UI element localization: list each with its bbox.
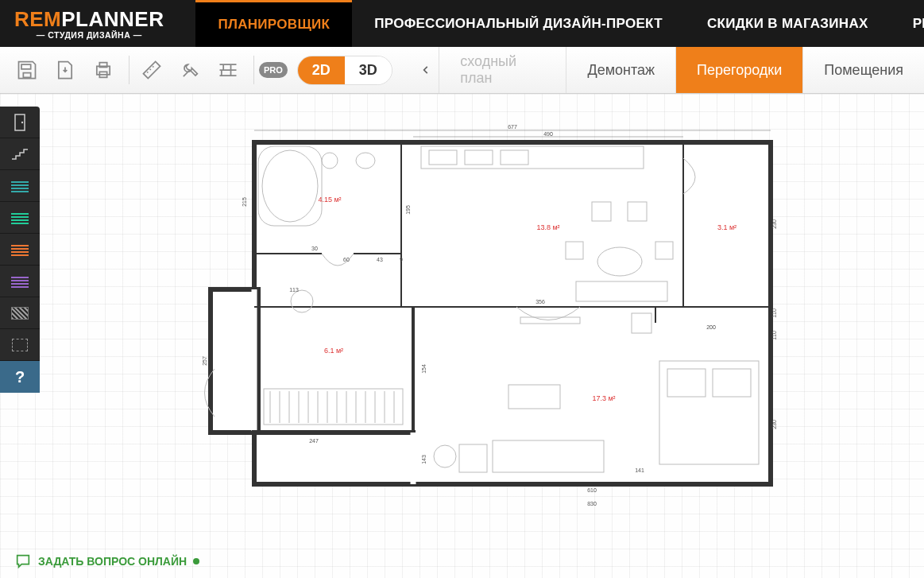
dim-left-hall: 257 — [202, 356, 207, 366]
print-pdf-icon[interactable] — [86, 54, 121, 86]
palette-wall-teal[interactable] — [0, 202, 40, 234]
chat-label: ЗАДАТЬ ВОПРОС ОНЛАЙН — [38, 555, 187, 568]
logo-planner: PLANNER — [61, 7, 164, 31]
nav-item-design-project[interactable]: ПРОФЕССИОНАЛЬНЫЙ ДИЗАЙН-ПРОЕКТ — [352, 0, 685, 47]
room-hall-label: 6.1 м² — [324, 347, 343, 355]
palette-stairs-icon[interactable] — [0, 138, 40, 170]
logo-main: REMPLANNER — [14, 7, 164, 32]
tab-rooms[interactable]: Помещения — [802, 47, 924, 93]
dim-right-4: 230 — [771, 420, 777, 429]
palette-wall-cyan[interactable] — [0, 170, 40, 202]
palette-wall-purple[interactable] — [0, 266, 40, 297]
palette-help-button[interactable]: ? — [0, 361, 40, 393]
tab-scroll-left[interactable] — [413, 47, 439, 93]
svg-rect-21 — [254, 433, 413, 484]
room-storage-label: 3.1 м² — [717, 223, 736, 231]
download-icon[interactable] — [48, 54, 83, 86]
logo-subtitle: — СТУДИЯ ДИЗАЙНА — — [14, 30, 164, 40]
floor-plan[interactable]: 677 490 — [191, 122, 779, 528]
nav-item-rem[interactable]: РЕМ — [891, 0, 924, 47]
logo-rem: REM — [14, 7, 61, 31]
dim-bottom-bedroom: 610 — [587, 487, 597, 493]
dim-top-total: 677 — [508, 124, 517, 130]
dim-inner-154: 154 — [421, 364, 427, 374]
svg-rect-3 — [15, 114, 25, 130]
dim-inner-9: 9 — [400, 257, 403, 262]
dim-inner-43: 43 — [377, 257, 383, 262]
save-icon[interactable] — [10, 54, 44, 86]
dim-top-right: 490 — [543, 131, 553, 137]
palette-door-icon[interactable] — [0, 107, 40, 138]
canvas-area[interactable]: ? 677 490 — [0, 94, 924, 578]
nav-items: ПЛАНИРОВЩИК ПРОФЕССИОНАЛЬНЫЙ ДИЗАЙН-ПРОЕ… — [195, 0, 924, 47]
dim-kitchen-inner: 356 — [535, 299, 545, 305]
dim-right-1: 230 — [771, 219, 777, 229]
toolbar: PRO 2D 3D сходный план Демонтаж Перегоро… — [0, 47, 924, 94]
nav-item-planner[interactable]: ПЛАНИРОВЩИК — [195, 0, 352, 47]
online-status-dot — [193, 558, 199, 564]
toolbar-separator — [129, 56, 130, 84]
tab-partitions[interactable]: Перегородки — [675, 47, 802, 93]
svg-point-4 — [21, 121, 23, 122]
chat-online-button[interactable]: ЗАДАТЬ ВОПРОС ОНЛАЙН — [14, 553, 199, 570]
toolbar-separator-2 — [253, 56, 254, 84]
dim-inner-30: 30 — [311, 246, 318, 251]
view-3d-button[interactable]: 3D — [345, 56, 392, 84]
tab-demolition[interactable]: Демонтаж — [566, 47, 675, 93]
top-navigation: REMPLANNER — СТУДИЯ ДИЗАЙНА — ПЛАНИРОВЩИ… — [0, 0, 924, 47]
svg-rect-8 — [211, 289, 258, 433]
dim-right-3: 110 — [771, 331, 777, 340]
palette-wall-orange[interactable] — [0, 234, 40, 266]
dim-bottom-hall: 247 — [309, 438, 319, 444]
side-palette: ? — [0, 107, 40, 393]
room-kitchen-label: 13.8 м² — [536, 223, 559, 231]
room-bedroom-label: 17.3 м² — [592, 394, 615, 402]
dim-kitchen-left: 195 — [405, 205, 411, 215]
room-bathroom-label: 4.15 м² — [318, 196, 341, 204]
dim-bedroom-top-right: 200 — [706, 324, 716, 330]
dim-bottom-total: 830 — [587, 501, 597, 506]
view-toggle: 2D 3D — [297, 56, 392, 85]
view-2d-button[interactable]: 2D — [298, 56, 345, 84]
svg-rect-1 — [99, 63, 106, 68]
measure-icon[interactable] — [134, 54, 169, 86]
logo[interactable]: REMPLANNER — СТУДИЯ ДИЗАЙНА — — [14, 7, 164, 40]
dim-inner-60: 60 — [343, 257, 350, 262]
tab-original-plan[interactable]: сходный план — [439, 47, 566, 93]
dim-right-2: 110 — [771, 308, 777, 318]
wall-icon[interactable] — [211, 54, 245, 86]
dim-inner-141: 141 — [635, 467, 644, 473]
dim-left-bathroom: 215 — [242, 197, 247, 207]
dim-inner-113: 113 — [289, 287, 299, 293]
chat-icon — [14, 553, 32, 570]
palette-select-area[interactable] — [0, 329, 40, 361]
palette-hatch[interactable] — [0, 297, 40, 329]
pro-badge[interactable]: PRO — [259, 62, 288, 78]
dim-inner-143: 143 — [421, 455, 427, 464]
tools-icon[interactable] — [172, 54, 207, 86]
nav-item-discounts[interactable]: СКИДКИ В МАГАЗИНАХ — [685, 0, 891, 47]
tabs-area: сходный план Демонтаж Перегородки Помеще… — [413, 47, 924, 93]
